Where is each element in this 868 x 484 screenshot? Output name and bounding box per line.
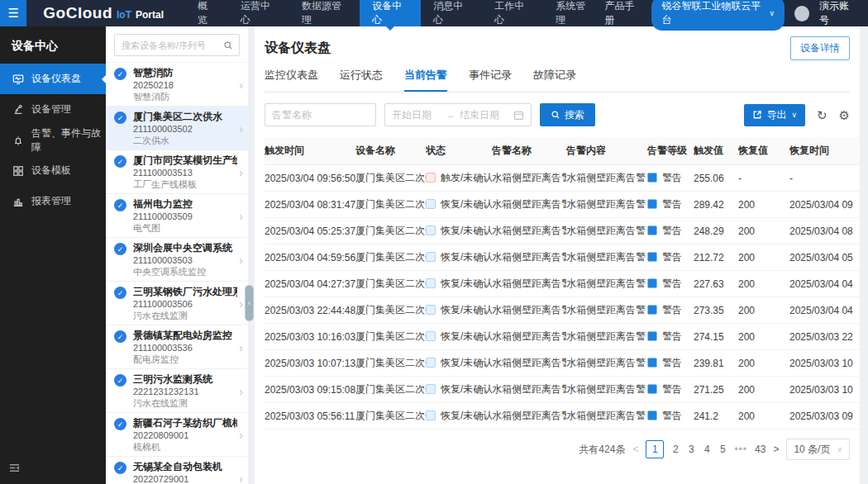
product-manual-link[interactable]: 产品手册: [604, 0, 641, 27]
chevron-right-icon[interactable]: ›: [237, 385, 243, 398]
page-number[interactable]: 5: [718, 444, 727, 455]
page-number[interactable]: 1: [646, 440, 664, 458]
chevron-right-icon[interactable]: ›: [237, 472, 243, 484]
cell-alarm-level: 警告: [647, 403, 694, 429]
table-row[interactable]: 2025/03/03 05:56:11 厦门集美区二次供水 恢复/未确认 水箱侧…: [265, 403, 860, 429]
nav-system-management[interactable]: 系统管理: [543, 0, 604, 26]
page-number[interactable]: 43: [755, 444, 765, 455]
tab-fault-records[interactable]: 故障记录: [533, 68, 576, 92]
cell-alarm-name: 水箱侧壁距离告警: [492, 165, 566, 192]
sidebar-item-alarms-events-faults[interactable]: 告警、事件与故障: [0, 125, 106, 155]
chevron-right-icon[interactable]: ›: [237, 429, 243, 442]
cell-trigger-time: 2025/03/04 08:31:47: [265, 192, 355, 218]
device-search-input[interactable]: [122, 40, 223, 50]
cell-recover-value: -: [738, 165, 789, 192]
sidebar-item-device-management[interactable]: 设备管理: [0, 94, 106, 125]
device-list-item[interactable]: ✓ 三明某钢铁厂污水处理系统 211100003506 污水在线监测 ›: [106, 282, 248, 325]
device-list-item[interactable]: ✓ 福州电力监控 211100003509 电气图 ›: [106, 194, 248, 238]
status-square-icon: [426, 173, 436, 183]
tab-running-status[interactable]: 运行状态: [340, 68, 383, 92]
device-name: 新疆石河子某纺织厂梳棉机: [133, 417, 237, 429]
table-row[interactable]: 2025/03/04 05:25:37 厦门集美区二次供水 恢复/未确认 水箱侧…: [265, 218, 860, 244]
device-list-item[interactable]: ✓ 无锡某全自动包装机 20220729001 全自动包装机 ›: [106, 457, 248, 484]
nav-work-center[interactable]: 工作中心: [482, 0, 543, 26]
cell-trigger-time: 2025/03/03 22:44:48: [265, 297, 355, 324]
cell-trigger-time: 2025/03/03 10:07:13: [265, 350, 355, 377]
page-number[interactable]: •••: [734, 444, 747, 455]
tab-event-records[interactable]: 事件记录: [469, 68, 512, 92]
chevron-right-icon[interactable]: ›: [237, 297, 243, 311]
table-row[interactable]: 2025/03/04 08:31:47 厦门集美区二次供水 恢复/未确认 水箱侧…: [265, 192, 860, 218]
device-online-check-icon: ✓: [114, 112, 126, 124]
gear-icon[interactable]: ⚙: [839, 109, 850, 121]
chevron-right-icon[interactable]: ›: [237, 166, 243, 179]
device-list-item[interactable]: ✓ 智慧消防 20250218 智慧消防 ›: [106, 63, 248, 107]
cell-recover-value: 200: [738, 192, 789, 218]
status-square-icon: [426, 225, 436, 235]
chevron-right-icon[interactable]: ›: [237, 122, 243, 135]
device-detail-button[interactable]: 设备详情: [790, 36, 850, 60]
device-list-item[interactable]: ✓ 新疆石河子某纺织厂梳棉机 20220809001 梳棉机 ›: [106, 413, 248, 457]
cell-recover-time: 2025/03/04 04: [789, 271, 860, 297]
refresh-icon[interactable]: ↻: [817, 109, 827, 121]
nav-operations-center[interactable]: 运营中心: [228, 0, 289, 26]
page-number[interactable]: 2: [671, 444, 680, 455]
chevron-right-icon[interactable]: ›: [237, 78, 243, 92]
sidebar-item-report-management[interactable]: 报表管理: [0, 186, 106, 216]
export-button[interactable]: 导出 ∨: [744, 104, 805, 126]
range-arrow-icon: →: [446, 110, 455, 120]
tab-current-alarms[interactable]: 当前告警: [404, 68, 447, 92]
page-number[interactable]: 4: [703, 444, 711, 455]
nav-message-center[interactable]: 消息中心: [421, 0, 482, 26]
menu-toggle-button[interactable]: ☰: [0, 0, 26, 26]
platform-selector[interactable]: 锐谷智联工业物联云平台 ∨: [651, 0, 785, 31]
filter-toolbar: 开始日期 → 结束日期 搜索 导出 ∨ ↻ ⚙: [265, 103, 850, 126]
table-row[interactable]: 2025/03/04 09:56:50 厦门集美区二次供水 触发/未确认 水箱侧…: [265, 165, 860, 192]
chevron-right-icon[interactable]: ›: [237, 254, 243, 267]
cell-recover-value: 200: [738, 218, 789, 244]
tab-monitor-dashboard[interactable]: 监控仪表盘: [265, 68, 318, 92]
table-row[interactable]: 2025/03/04 04:27:37 厦门集美区二次供水 恢复/未确认 水箱侧…: [265, 271, 860, 297]
device-list-item[interactable]: ✓ 厦门市同安某模切生产线 211100003513 工厂生产线模板 ›: [106, 150, 248, 194]
alarm-name-input[interactable]: [265, 103, 376, 126]
table-row[interactable]: 2025/03/03 09:15:08 厦门集美区二次供水 恢复/未确认 水箱侧…: [265, 377, 860, 403]
table-row[interactable]: 2025/03/03 22:44:48 厦门集美区二次供水 恢复/未确认 水箱侧…: [265, 297, 860, 324]
page-size-select[interactable]: 10 条/页 ∨: [786, 439, 850, 460]
device-list-item[interactable]: ✓ 深圳会展中央空调系统 211100003503 中央空调系统监控 ›: [106, 238, 248, 282]
table-row[interactable]: 2025/03/03 10:16:03 厦门集美区二次供水 恢复/未确认 水箱侧…: [265, 324, 860, 350]
prev-page-icon[interactable]: <: [632, 444, 638, 455]
alarm-table: 触发时间 设备名称 状态 告警名称 告警内容 告警等级 触发值 恢复值 恢复时间: [265, 137, 860, 429]
device-list-item[interactable]: ✓ 景德镇某配电站房监控 211100003536 配电房监控 ›: [106, 325, 248, 369]
device-serial: 20250218: [133, 79, 237, 91]
table-row[interactable]: 2025/03/03 10:07:13 厦门集美区二次供水 恢复/未确认 水箱侧…: [265, 350, 860, 377]
logo-brand: GoCloud: [43, 4, 112, 22]
table-row[interactable]: 2025/03/04 04:59:56 厦门集美区二次供水 恢复/未确认 水箱侧…: [265, 244, 860, 271]
device-list-item[interactable]: ✓ 三明污水监测系统 2221231232131 污水在线监测 ›: [106, 369, 248, 413]
device-online-check-icon: ✓: [114, 374, 126, 387]
date-range-picker[interactable]: 开始日期 → 结束日期: [384, 103, 532, 126]
nav-overview[interactable]: 概览: [185, 0, 228, 26]
cell-recover-value: 200: [738, 271, 789, 297]
page-number[interactable]: 3: [687, 444, 695, 455]
avatar[interactable]: [794, 6, 809, 21]
cell-recover-value: 200: [738, 324, 789, 350]
device-template: 二次供水: [133, 135, 237, 146]
panel-collapse-handle[interactable]: ‹: [245, 285, 254, 321]
page-scroll-strip[interactable]: [860, 26, 868, 484]
next-page-icon[interactable]: >: [773, 444, 779, 455]
sidebar-item-device-dashboard[interactable]: 设备仪表盘: [0, 64, 106, 94]
cell-trigger-time: 2025/03/04 04:27:37: [265, 271, 355, 297]
level-square-icon: [647, 358, 657, 368]
sidebar-collapse-button[interactable]: [8, 462, 21, 477]
nav-datasource-management[interactable]: 数据源管理: [289, 0, 360, 26]
search-icon[interactable]: [223, 40, 233, 50]
cell-alarm-level: 警告: [647, 244, 694, 271]
sidebar-item-device-templates[interactable]: 设备模板: [0, 155, 106, 186]
search-button[interactable]: 搜索: [540, 103, 595, 126]
chevron-right-icon[interactable]: ›: [237, 210, 243, 223]
chevron-right-icon[interactable]: ›: [237, 341, 243, 354]
cell-status: 恢复/未确认: [426, 218, 492, 244]
nav-device-center[interactable]: 设备中心: [360, 0, 421, 26]
cell-recover-value: 200: [738, 244, 789, 271]
device-list-item[interactable]: ✓ 厦门集美区二次供水 211100003502 二次供水 ›: [106, 107, 248, 150]
